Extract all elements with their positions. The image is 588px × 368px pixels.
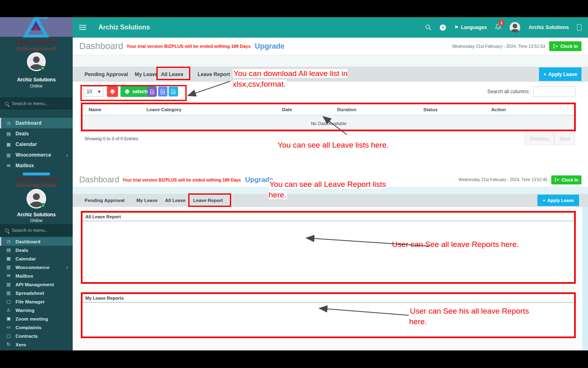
sidebar-item-woocommerce[interactable]: ▥ Woocommerce ›	[0, 263, 73, 272]
sidebar-item-mailbox[interactable]: ✉ Mailbox	[0, 160, 73, 171]
export-xlsx-button[interactable]	[147, 87, 157, 96]
scrollbar-track[interactable]	[582, 207, 588, 350]
tab-leave-report[interactable]: Leave Report	[198, 72, 230, 77]
sidebar-item-zoom-meeting[interactable]: ▣ Zoom meeting	[0, 314, 73, 323]
next-page-button[interactable]: Next	[554, 133, 575, 145]
tab-my-leave[interactable]: My Leave	[136, 198, 158, 203]
profile-status: Online	[0, 218, 73, 223]
table-empty-row: No Data Available	[82, 115, 575, 132]
search-all-columns-input[interactable]	[533, 86, 576, 97]
sidebar-item-deals[interactable]: ▤ Deals	[0, 246, 73, 254]
calendar-icon: ▦	[6, 142, 11, 147]
tab-all-leave[interactable]: All Leave	[161, 72, 183, 77]
sidebar-item-deals[interactable]: ▤ Deals	[0, 128, 73, 139]
profile-avatar[interactable]	[27, 52, 46, 71]
device-icon[interactable]	[577, 24, 581, 31]
notifications-button[interactable]: 1	[495, 23, 501, 32]
clock-in-button[interactable]: Clock In	[549, 41, 581, 51]
sidebar-item-woocommerce[interactable]: ▥ Woocommerce ›	[0, 150, 73, 160]
notification-badge: 1	[499, 20, 504, 25]
apply-leave-label: Apply Leave	[548, 72, 577, 77]
panel-title: All Leave Report	[85, 214, 121, 219]
chevron-right-icon: ›	[66, 152, 68, 158]
sidebar-item-dashboard[interactable]: ◷ Dashboard	[0, 118, 73, 128]
sidebar-item-label: Dashboard	[16, 239, 40, 244]
column-header-date[interactable]: Date	[282, 107, 337, 112]
sidebar-item-label: Deals	[16, 248, 28, 253]
sidebar-search-input[interactable]	[12, 228, 61, 233]
languages-menu[interactable]: ⚑ Languages	[454, 25, 487, 30]
search-all-columns-label: Search all columns:	[487, 89, 530, 94]
deals-icon: ▤	[6, 247, 11, 253]
sidebar-item-label: Zoom meeting	[16, 316, 48, 321]
column-header-leave-category[interactable]: Leave Category	[147, 107, 282, 112]
print-button[interactable]	[107, 86, 118, 97]
all-leave-content: 10 ▾ selected	[73, 82, 588, 173]
leave-tabs-2: Pending Approval My Leave All Leave Leav…	[73, 194, 588, 207]
hamburger-menu-icon[interactable]	[79, 27, 86, 28]
apply-leave-button[interactable]: + Apply Leave	[537, 195, 579, 206]
quick-add-button[interactable]: +	[440, 25, 446, 31]
clock-in-button[interactable]: Clock In	[551, 175, 581, 184]
sidebar-item-file-manager[interactable]: ▢ File Manager	[0, 297, 73, 306]
sidebar-item-calendar[interactable]: ▦ Calendar	[0, 139, 73, 150]
brand-title: Archiz Solutions	[0, 39, 73, 45]
datetime-text: Wednesday 21st February - 2024, Time 13:…	[459, 177, 547, 182]
clock-in-label: Clock In	[561, 177, 578, 182]
sidebar-item-warning[interactable]: ⚠ Warning	[0, 306, 73, 314]
column-header-action[interactable]: Action	[491, 107, 575, 112]
my-leave-reports-panel: My Leave Reports	[82, 293, 575, 337]
tab-pending-approval[interactable]: Pending Approval	[85, 72, 128, 77]
sidebar-item-complaints[interactable]: ▭ Complaints	[0, 323, 73, 332]
previous-page-button[interactable]: Previous	[525, 133, 555, 145]
online-status-dot	[41, 203, 45, 208]
sidebar-search-input[interactable]	[12, 101, 61, 106]
upgrade-link[interactable]: Upgrade	[245, 176, 273, 184]
chevron-down-icon: ▾	[98, 89, 100, 94]
sidebar-item-mailbox[interactable]: ✉ Mailbox	[0, 272, 73, 280]
clock-in-label: Clock In	[560, 44, 578, 49]
sidebar-menu-2: ◷ Dashboard ▤ Deals ▦ Calendar ▥ Woocomm…	[0, 237, 73, 349]
export-csv-button[interactable]	[158, 87, 167, 96]
sidebar-search[interactable]	[0, 97, 73, 110]
upgrade-link[interactable]: Upgrade	[255, 42, 285, 51]
sidebar-item-label: File Manager	[16, 299, 45, 304]
column-header-status[interactable]: Status	[423, 107, 491, 112]
sidebar-item-label: Spreadsheet	[16, 291, 44, 296]
export-pdf-button[interactable]	[169, 87, 178, 96]
sidebar-item-api-management[interactable]: ▥ API Management	[0, 280, 73, 289]
spacer	[73, 55, 588, 67]
page-size-value: 10	[87, 89, 92, 94]
sidebar-item-label: Woocommerce	[16, 152, 51, 158]
screen-leave-report: Archiz Solutions Delivering Growth Archi…	[0, 173, 588, 350]
tab-all-leave[interactable]: All Leave	[165, 198, 186, 203]
apply-leave-button[interactable]: + Apply Leave	[539, 67, 581, 81]
sidebar-item-label: Calendar	[16, 256, 36, 261]
sidebar-item-xero[interactable]: ↻ Xero	[0, 340, 73, 349]
user-avatar[interactable]	[510, 22, 520, 33]
search-icon	[425, 24, 432, 31]
sidebar-item-label: Mailbox	[16, 163, 34, 168]
panel-title: My Leave Reports	[85, 296, 124, 301]
header-search-button[interactable]	[425, 24, 432, 31]
column-header-name[interactable]: Name	[82, 107, 147, 112]
sidebar-search[interactable]	[0, 224, 73, 236]
tab-leave-report[interactable]: Leave Report	[193, 198, 223, 203]
search-all-columns: Search all columns:	[487, 86, 576, 97]
sidebar-item-dashboard[interactable]: ◷ Dashboard	[0, 237, 73, 246]
file-manager-icon: ▢	[6, 299, 11, 304]
sidebar-item-spreadsheet[interactable]: ▥ Spreadsheet	[0, 289, 73, 297]
api-management-icon: ▥	[6, 282, 11, 287]
column-header-duration[interactable]: Duration	[337, 107, 423, 112]
trial-warning-text: Your trial version BIZPLUS will be ended…	[127, 44, 251, 49]
profile-avatar[interactable]	[27, 189, 46, 209]
tab-my-leave[interactable]: My Leave	[135, 72, 158, 77]
sidebar-item-label: Calendar	[16, 141, 37, 147]
page-size-select[interactable]: 10 ▾	[84, 86, 103, 97]
sidebar-item-calendar[interactable]: ▦ Calendar	[0, 254, 73, 263]
sidebar-item-contracts[interactable]: ▢ Contracts	[0, 332, 73, 340]
brand-logo-partial	[0, 173, 73, 176]
tab-pending-approval[interactable]: Pending Approval	[85, 198, 125, 203]
spreadsheet-icon: ▥	[6, 290, 11, 296]
woocommerce-icon: ▥	[6, 265, 11, 270]
